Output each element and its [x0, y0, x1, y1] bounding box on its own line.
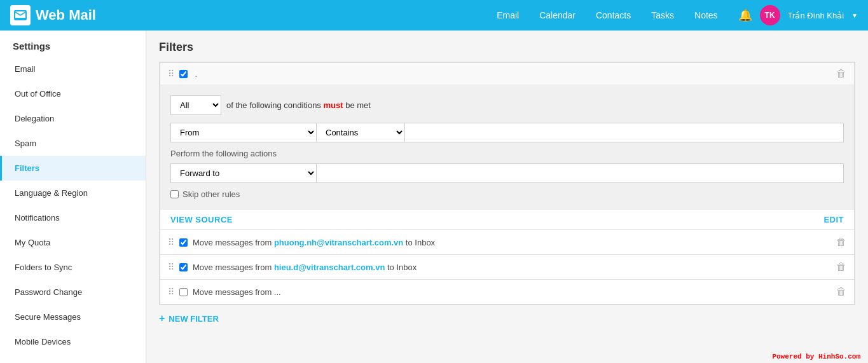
sidebar-item-spam[interactable]: Spam [0, 131, 146, 156]
delete-filter-2-icon[interactable]: 🗑 [836, 261, 846, 273]
nav-notes[interactable]: Notes [694, 10, 718, 20]
topnav-logo: Web Mail [10, 5, 96, 25]
page-title: Filters [159, 41, 855, 54]
topnav-title: Web Mail [36, 7, 96, 24]
filter-enabled-checkbox[interactable] [179, 70, 188, 78]
filter-row-3: ⠿ Move messages from ... 🗑 [160, 280, 855, 305]
delete-filter-1-icon[interactable]: 🗑 [836, 236, 846, 248]
skip-rules-checkbox[interactable] [170, 190, 179, 198]
filter-1-text: Move messages from phuong.nh@vitranschar… [193, 238, 836, 247]
sidebar-item-folders-to-sync[interactable]: Folders to Sync [0, 255, 146, 280]
sidebar-item-email[interactable]: Email [0, 57, 146, 81]
delete-filter-3-icon[interactable]: 🗑 [836, 286, 846, 298]
sidebar-item-language-region[interactable]: Language & Region [0, 181, 146, 205]
view-source-button[interactable]: VIEW SOURCE [170, 215, 233, 224]
condition-value-input[interactable]: @ [405, 123, 844, 142]
new-filter-row[interactable]: + NEW FILTER [159, 305, 855, 324]
action-row: Forward to Move to folder Delete shippin… [170, 163, 844, 183]
action-value-input[interactable]: shipping.lshcambodiia@gmail.com [317, 163, 844, 183]
main-content: Filters ⠿ . 🗑 All Any [146, 31, 868, 363]
new-filter-plus-icon: + [159, 313, 165, 324]
skip-rules-label: Skip other rules [183, 189, 240, 199]
condition-row: From To Subject Body Contains Does not c… [170, 123, 844, 142]
actions-label: Perform the following actions [170, 149, 844, 158]
condition-operator-select[interactable]: Contains Does not contain Is [317, 123, 405, 142]
filter-header-label: . [193, 69, 836, 79]
layout: Settings Email Out of Office Delegation … [0, 31, 868, 363]
sidebar-title: Settings [0, 31, 146, 57]
filter-expanded: ⠿ . 🗑 All Any of the following condition… [160, 62, 855, 230]
new-filter-label: NEW FILTER [169, 314, 218, 324]
filter-2-text: Move messages from hieu.d@vitranschart.c… [193, 263, 836, 272]
drag-handle-icon[interactable]: ⠿ [168, 287, 174, 297]
sidebar-item-out-of-office[interactable]: Out of Office [0, 81, 146, 106]
conditions-row: All Any of the following conditions must… [170, 95, 844, 115]
nav-email[interactable]: Email [497, 10, 519, 20]
drag-handle-icon[interactable]: ⠿ [168, 237, 174, 247]
delete-filter-icon[interactable]: 🗑 [836, 68, 846, 79]
sidebar: Settings Email Out of Office Delegation … [0, 31, 146, 363]
bell-icon[interactable]: 🔔 [738, 8, 752, 22]
all-select[interactable]: All Any [170, 95, 221, 115]
filter-row-1: ⠿ Move messages from phuong.nh@vitransch… [160, 230, 855, 255]
filters-container: ⠿ . 🗑 All Any of the following condition… [159, 62, 855, 305]
condition-field-select[interactable]: From To Subject Body [170, 123, 317, 142]
skip-row: Skip other rules [170, 189, 844, 199]
filter-1-checkbox[interactable] [179, 238, 188, 247]
conditions-text: of the following conditions must be met [226, 100, 371, 110]
filter-body: All Any of the following conditions must… [160, 85, 854, 209]
filter-3-text: Move messages from ... [193, 287, 836, 297]
sidebar-item-filters[interactable]: Filters [0, 156, 146, 181]
sidebar-item-password-change[interactable]: Password Change [0, 280, 146, 305]
topnav: Web Mail Email Calendar Contacts Tasks N… [0, 0, 868, 31]
logo-icon [10, 5, 31, 25]
drag-handle-icon[interactable]: ⠿ [168, 69, 174, 79]
sidebar-item-secure-messages[interactable]: Secure Messages [0, 305, 146, 329]
filter-footer: VIEW SOURCE EDIT [160, 209, 854, 229]
sidebar-item-mobile-devices[interactable]: Mobile Devices [0, 329, 146, 354]
filter-row-2: ⠿ Move messages from hieu.d@vitranschart… [160, 255, 855, 280]
topnav-right: 🔔 TK Trần Đình Khải ▼ [738, 5, 858, 25]
avatar: TK [760, 5, 780, 25]
drag-handle-icon[interactable]: ⠿ [168, 262, 174, 272]
sidebar-item-delegation[interactable]: Delegation [0, 106, 146, 131]
sidebar-item-my-quota[interactable]: My Quota [0, 230, 146, 255]
user-dropdown-icon[interactable]: ▼ [851, 12, 858, 19]
nav-tasks[interactable]: Tasks [651, 10, 674, 20]
filter-3-checkbox[interactable] [179, 288, 188, 296]
nav-contacts[interactable]: Contacts [596, 10, 631, 20]
user-name[interactable]: Trần Đình Khải [788, 11, 844, 20]
sidebar-item-notifications[interactable]: Notifications [0, 205, 146, 230]
powered-by: Powered by HinhSo.com [772, 353, 860, 360]
edit-button[interactable]: EDIT [823, 215, 844, 224]
filter-expanded-header: ⠿ . 🗑 [160, 63, 854, 85]
filter-2-checkbox[interactable] [179, 263, 188, 271]
nav-calendar[interactable]: Calendar [539, 10, 575, 20]
topnav-links: Email Calendar Contacts Tasks Notes [497, 10, 717, 20]
action-type-select[interactable]: Forward to Move to folder Delete [170, 163, 317, 183]
